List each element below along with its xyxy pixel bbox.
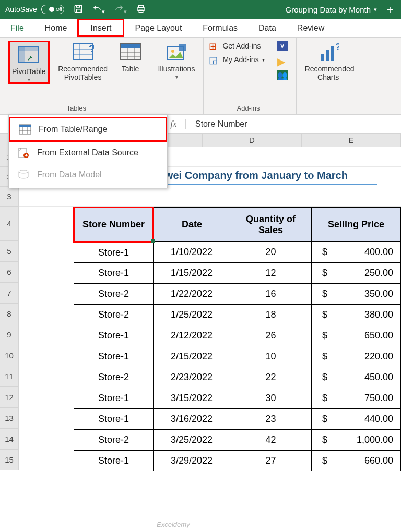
cell-qty[interactable]: 42	[230, 430, 311, 451]
row-header-11[interactable]: 11	[0, 366, 19, 387]
row-header-12[interactable]: 12	[0, 387, 19, 408]
cell-price[interactable]: $250.00	[311, 263, 400, 284]
tab-review[interactable]: Review	[287, 19, 335, 37]
cell-store[interactable]: Store-1	[74, 346, 154, 367]
cell-store[interactable]: Store-1	[74, 388, 154, 409]
cell-qty[interactable]: 26	[230, 325, 311, 346]
document-name[interactable]: Grouping Data by Month▾	[286, 5, 377, 14]
cell-price[interactable]: $660.00	[311, 451, 400, 471]
save-icon[interactable]	[74, 4, 83, 15]
cell-price[interactable]: $440.00	[311, 409, 400, 430]
my-addins-button[interactable]: ◲ My Add-ins ▾	[209, 54, 264, 65]
cell-qty[interactable]: 30	[230, 388, 311, 409]
tables-group-label: Tables	[67, 102, 87, 112]
recommended-charts-button[interactable]: ? Recommended Charts	[302, 41, 355, 83]
cell-date[interactable]: 3/16/2022	[154, 409, 230, 430]
row-header-8[interactable]: 8	[0, 304, 19, 324]
cell-date[interactable]: 1/15/2022	[154, 263, 230, 284]
pivottable-button[interactable]: PivotTable ▾	[8, 41, 50, 84]
tab-formulas[interactable]: Formulas	[192, 19, 248, 37]
cell-qty[interactable]: 27	[230, 451, 311, 471]
header-qty[interactable]: Quantity of Sales	[230, 208, 311, 242]
illustrations-icon	[166, 43, 187, 64]
cell-date[interactable]: 3/15/2022	[154, 388, 230, 409]
cell-date[interactable]: 1/22/2022	[154, 284, 230, 305]
tab-data[interactable]: Data	[248, 19, 287, 37]
cell-qty[interactable]: 12	[230, 263, 311, 284]
cell-store[interactable]: Store-2	[74, 284, 154, 305]
svg-rect-25	[331, 46, 334, 61]
print-icon[interactable]	[136, 4, 146, 15]
row-header-5[interactable]: 5	[0, 241, 19, 262]
col-header-d[interactable]: D	[203, 134, 302, 147]
cell-qty[interactable]: 23	[230, 409, 311, 430]
formula-value[interactable]: Store Number	[186, 119, 247, 129]
get-addins-button[interactable]: ⊞ Get Add-ins	[209, 41, 264, 51]
cell-price[interactable]: $380.00	[311, 305, 400, 325]
table-row: Store-12/15/202210$220.00	[74, 346, 401, 367]
cell-store[interactable]: Store-1	[74, 451, 154, 471]
ribbon-display-icon[interactable]: ＋	[384, 2, 396, 17]
cell-date[interactable]: 2/23/2022	[154, 367, 230, 388]
row-header-10[interactable]: 10	[0, 345, 19, 366]
svg-point-34	[19, 170, 28, 173]
tab-file[interactable]: File	[0, 19, 34, 37]
header-store[interactable]: Store Number	[74, 208, 154, 242]
cell-qty[interactable]: 10	[230, 346, 311, 367]
cell-price[interactable]: $1,000.00	[311, 430, 400, 451]
cell-price[interactable]: $350.00	[311, 284, 400, 305]
row-header-15[interactable]: 15	[0, 450, 19, 470]
cell-date[interactable]: 1/10/2022	[154, 242, 230, 263]
row-header-7[interactable]: 7	[0, 283, 19, 304]
row-header-6[interactable]: 6	[0, 262, 19, 283]
cell-qty[interactable]: 16	[230, 284, 311, 305]
cell-price[interactable]: $220.00	[311, 346, 400, 367]
cell-price[interactable]: $400.00	[311, 242, 400, 263]
cell-store[interactable]: Store-1	[74, 409, 154, 430]
cell-store[interactable]: Store-2	[74, 305, 154, 325]
toggle-off-icon[interactable]: Off	[41, 5, 64, 14]
tab-page-layout[interactable]: Page Layout	[124, 19, 192, 37]
cell-qty[interactable]: 18	[230, 305, 311, 325]
cell-price[interactable]: $450.00	[311, 367, 400, 388]
cell-qty[interactable]: 20	[230, 242, 311, 263]
chart-icon: ?	[317, 43, 339, 64]
cell-date[interactable]: 1/25/2022	[154, 305, 230, 325]
cell-store[interactable]: Store-2	[74, 367, 154, 388]
bing-icon[interactable]: ▶	[277, 55, 288, 66]
table-row: Store-13/29/202227$660.00	[74, 451, 401, 471]
cell-qty[interactable]: 22	[230, 367, 311, 388]
autosave-label: AutoSave	[5, 5, 37, 14]
people-icon[interactable]: 👥	[277, 70, 288, 80]
header-price[interactable]: Selling Price	[311, 208, 400, 242]
row-header-4[interactable]: 4	[0, 207, 19, 241]
illustrations-button[interactable]: Illustrations ▾	[155, 41, 198, 82]
table-row: Store-21/22/202216$350.00	[74, 284, 401, 305]
header-date[interactable]: Date	[154, 208, 230, 242]
cell-store[interactable]: Store-1	[74, 242, 154, 263]
undo-icon[interactable]: ▾	[92, 4, 105, 15]
cell-store[interactable]: Store-1	[74, 325, 154, 346]
cell-store[interactable]: Store-1	[74, 263, 154, 284]
col-header-e[interactable]: E	[302, 134, 401, 147]
row-header-3[interactable]: 3	[0, 187, 19, 207]
cell-store[interactable]: Store-2	[74, 430, 154, 451]
redo-icon[interactable]: ▾	[114, 4, 127, 15]
autosave-toggle[interactable]: AutoSave Off	[5, 5, 64, 14]
cell-date[interactable]: 2/12/2022	[154, 325, 230, 346]
tab-home[interactable]: Home	[34, 19, 78, 37]
cell-date[interactable]: 3/25/2022	[154, 430, 230, 451]
from-table-range-item[interactable]: From Table/Range	[9, 117, 167, 142]
cell-price[interactable]: $650.00	[311, 325, 400, 346]
row-header-14[interactable]: 14	[0, 429, 19, 450]
row-header-13[interactable]: 13	[0, 408, 19, 429]
table-button[interactable]: Table	[116, 41, 145, 84]
row-header-9[interactable]: 9	[0, 324, 19, 345]
recommended-pivottables-button[interactable]: ? Recommended PivotTables	[54, 41, 112, 84]
tab-insert[interactable]: Insert	[77, 19, 124, 37]
from-external-data-item[interactable]: From External Data Source	[9, 142, 167, 164]
visio-icon[interactable]: V	[277, 41, 288, 51]
cell-date[interactable]: 2/15/2022	[154, 346, 230, 367]
cell-date[interactable]: 3/29/2022	[154, 451, 230, 471]
cell-price[interactable]: $750.00	[311, 388, 400, 409]
